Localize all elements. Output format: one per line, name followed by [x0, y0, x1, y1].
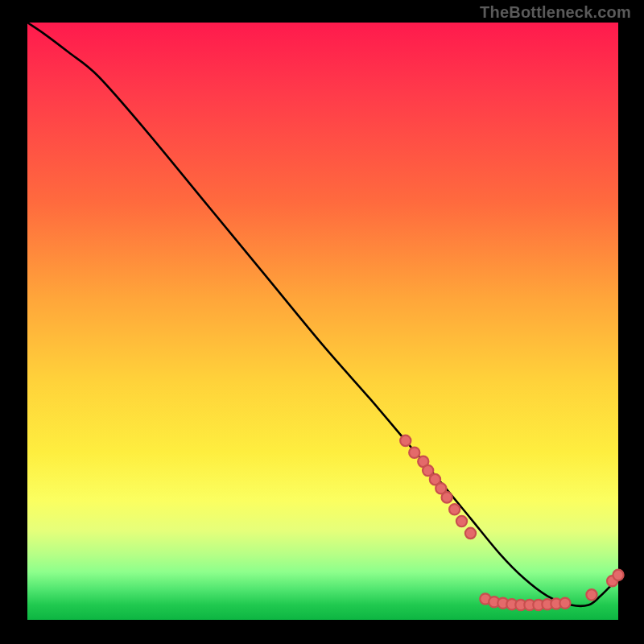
chart-frame: TheBottleneck.com	[0, 0, 644, 644]
data-point	[409, 448, 419, 458]
data-point	[442, 492, 452, 502]
plot-area	[27, 23, 618, 620]
watermark-text: TheBottleneck.com	[480, 3, 631, 22]
data-point	[400, 436, 411, 446]
curve-points	[400, 436, 623, 610]
data-point	[465, 528, 476, 539]
data-point	[613, 570, 623, 580]
bottleneck-curve	[27, 23, 618, 606]
data-point	[449, 504, 460, 514]
data-point	[586, 589, 597, 600]
curve-layer	[27, 23, 618, 620]
data-point	[559, 598, 570, 609]
data-point	[456, 516, 467, 526]
